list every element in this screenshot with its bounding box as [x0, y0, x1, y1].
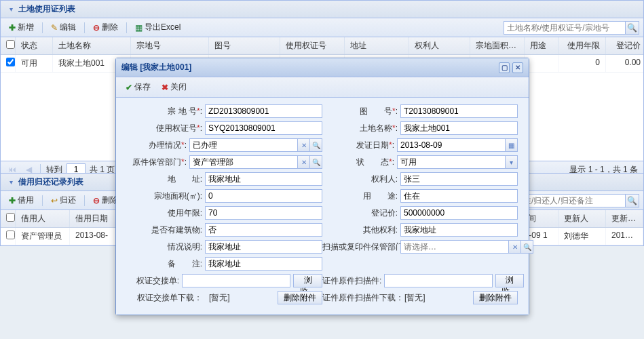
x-icon: ✖ [162, 83, 168, 92]
select-all-checkbox[interactable] [6, 40, 15, 49]
label-cert-handover-dl: 权证交接单下载： [127, 292, 205, 304]
export-label: 导出Excel [145, 22, 181, 33]
search-button[interactable]: 🔍 [626, 21, 639, 35]
dialog-title: 编辑 [我家土地001] [121, 62, 191, 73]
sub-select-all[interactable] [6, 213, 15, 222]
label-note: 备 注: [127, 258, 205, 270]
cell-borrow-date: 2013-08- [70, 228, 117, 245]
search-icon: 🔍 [627, 23, 637, 33]
delete-button[interactable]: ⊖删除 [89, 20, 122, 35]
input-dept[interactable] [189, 155, 298, 169]
input-note[interactable] [205, 257, 322, 271]
clear-button[interactable]: ✕ [509, 240, 521, 254]
search-box: 🔍 [504, 21, 639, 35]
dialog-close-button[interactable]: ✕ [512, 62, 523, 73]
chevron-down-icon: ▾ [510, 159, 513, 166]
input-has-building[interactable] [205, 223, 322, 237]
input-cert-scan[interactable] [384, 274, 493, 287]
collapse-icon[interactable]: ▾ [6, 178, 16, 187]
input-years[interactable] [205, 206, 322, 220]
search-input[interactable] [504, 21, 626, 35]
sub-search-button[interactable]: 🔍 [626, 194, 639, 207]
cell-status: 可用 [16, 55, 53, 72]
input-owner[interactable] [400, 172, 518, 186]
delete-attachment-button[interactable]: 删除附件 [278, 291, 322, 304]
input-handle[interactable] [189, 138, 298, 152]
input-price[interactable] [400, 206, 518, 220]
edit-button[interactable]: ✎编辑 [47, 20, 80, 35]
maximize-button[interactable]: ▢ [499, 62, 510, 73]
input-scan-dept[interactable] [400, 240, 509, 254]
label-zd: 宗 地 号*: [127, 106, 205, 117]
label-status: 状 态*: [322, 157, 397, 168]
sub-panel-title: 借用归还记录列表 [18, 176, 83, 188]
collapse-icon[interactable]: ▾ [6, 5, 16, 14]
dropdown-button[interactable]: ▾ [506, 155, 518, 169]
col-area[interactable]: 宗地面积(㎡) [470, 37, 525, 54]
calendar-button[interactable]: ▦ [506, 138, 518, 152]
export-button[interactable]: ▦导出Excel [131, 20, 185, 35]
col-price[interactable]: 登记价 [606, 37, 644, 54]
cell-price: 0.00 [606, 55, 644, 72]
input-desc[interactable] [205, 240, 322, 254]
col-years[interactable]: 使用年限 [558, 37, 606, 54]
plus-icon: ✚ [9, 23, 16, 33]
borrow-label: 借用 [18, 195, 34, 206]
borrow-button[interactable]: ✚借用 [5, 193, 38, 207]
excel-icon: ▦ [135, 23, 143, 33]
col-tu[interactable]: 图号 [209, 37, 280, 54]
input-cert[interactable] [205, 121, 322, 135]
col-cert[interactable]: 使用权证号 [280, 37, 345, 54]
close-label: 关闭 [170, 81, 187, 93]
col-addr[interactable]: 地址 [345, 37, 409, 54]
cell-use [525, 55, 558, 72]
label-name: 土地名称*: [322, 123, 400, 134]
input-addr[interactable] [205, 172, 322, 186]
col-zd[interactable]: 宗地号 [131, 37, 209, 54]
input-zd[interactable] [205, 104, 322, 118]
lookup-button[interactable]: 🔍 [521, 240, 533, 254]
col-updater[interactable]: 更新人 [558, 210, 606, 227]
browse-button[interactable]: 浏览… [293, 274, 322, 287]
close-button[interactable]: ✖关闭 [157, 80, 191, 94]
input-issue-date[interactable] [397, 138, 506, 152]
sub-row-checkbox-cell [1, 228, 16, 245]
clear-button[interactable]: ✕ [298, 138, 310, 152]
checkbox-col [1, 37, 16, 54]
check-icon: ✔ [126, 83, 132, 92]
input-use[interactable] [400, 189, 518, 203]
label-dept: 原件保管部门*: [127, 157, 189, 168]
input-area[interactable] [205, 189, 322, 203]
col-owner[interactable]: 权利人 [409, 37, 470, 54]
input-other-right[interactable] [400, 223, 518, 237]
label-scan-dept: 扫描或复印件保管部门: [322, 241, 400, 253]
input-status[interactable] [397, 155, 506, 169]
add-button[interactable]: ✚新增 [5, 20, 38, 35]
save-button[interactable]: ✔保存 [121, 80, 155, 94]
row-checkbox[interactable] [6, 58, 15, 66]
input-tu[interactable] [400, 104, 518, 118]
col-name[interactable]: 土地名称 [53, 37, 131, 54]
separator [84, 22, 85, 33]
sub-row-checkbox[interactable] [6, 231, 15, 239]
row-checkbox-cell [1, 55, 16, 72]
col-status[interactable]: 状态 [16, 37, 53, 54]
clear-button[interactable]: ✕ [298, 155, 310, 169]
col-use[interactable]: 用途 [525, 37, 558, 54]
label-desc: 情况说明: [127, 241, 205, 253]
lookup-button[interactable]: 🔍 [310, 138, 322, 152]
input-name[interactable] [400, 121, 518, 135]
browse-button[interactable]: 浏览… [495, 274, 524, 287]
dialog-header[interactable]: 编辑 [我家土地001] ▢ ✕ [116, 58, 529, 77]
label-owner: 权利人: [322, 174, 400, 185]
input-cert-handover[interactable] [182, 274, 290, 287]
add-label: 新增 [18, 22, 34, 33]
col-updtime[interactable]: 更新时间 [606, 210, 643, 227]
lookup-button[interactable]: 🔍 [310, 155, 322, 169]
return-button[interactable]: ↩归还 [47, 193, 80, 207]
dialog-body: 宗 地 号*: 图 号*: 使用权证号*: 土地名称*: 办理情况*:✕🔍 发证… [116, 98, 529, 315]
separator [42, 22, 43, 33]
delete-attachment-button[interactable]: 删除附件 [473, 291, 518, 304]
col-borrow-date[interactable]: 借用日期 [70, 210, 117, 227]
col-borrower[interactable]: 借用人 [16, 210, 70, 227]
